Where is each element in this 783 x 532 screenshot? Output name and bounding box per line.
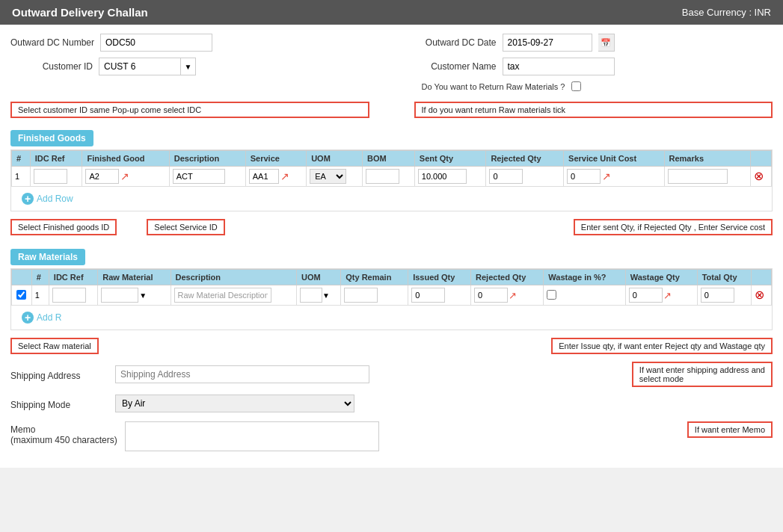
col-remarks: Remarks xyxy=(664,151,750,167)
col-rm-wastage-qty: Wastage Qty xyxy=(625,270,697,285)
rm-rejected-qty-input[interactable] xyxy=(474,288,508,303)
cell-rm-wastage-pct xyxy=(544,285,625,306)
col-sent-qty: Sent Qty xyxy=(414,151,486,167)
return-raw-materials-label: Do You want to Return Raw Materials ? xyxy=(422,82,565,91)
col-rm-wastage-pct: Wastage in %? xyxy=(544,270,625,285)
cell-description xyxy=(169,167,245,187)
right-form: Outward DC Date 📅 Customer Name Do You w… xyxy=(414,34,773,97)
outward-dc-date-label: Outward DC Date xyxy=(414,37,497,48)
calendar-icon[interactable]: 📅 xyxy=(598,34,615,52)
col-rm-num: # xyxy=(31,270,49,285)
customer-id-dropdown-btn[interactable]: ▼ xyxy=(181,58,196,75)
finished-goods-table: # IDC Ref Finished Good Description Serv… xyxy=(11,150,772,187)
shipping-address-label: Shipping Address xyxy=(10,368,108,381)
shipping-address-row: Shipping Address If want enter shipping … xyxy=(10,362,773,387)
description-input[interactable] xyxy=(173,169,225,184)
rm-total-qty-input[interactable] xyxy=(701,288,734,303)
cell-sent-qty xyxy=(414,167,486,187)
finished-good-arrow: ↗ xyxy=(120,170,129,182)
customer-id-input[interactable] xyxy=(99,58,181,75)
table-row: 1 ▼ xyxy=(12,285,772,306)
service-cost-arrow: ↗ xyxy=(602,170,611,182)
cell-rm-num: 1 xyxy=(31,285,49,306)
cell-rm-qty-remain xyxy=(341,285,408,306)
memo-textarea[interactable] xyxy=(125,421,379,451)
col-rm-rejected-qty: Rejected Qty xyxy=(471,270,544,285)
shipping-mode-label: Shipping Mode xyxy=(10,397,108,410)
cell-bom xyxy=(363,167,415,187)
cell-service: ↗ xyxy=(245,167,306,187)
shipping-address-annotation: If want enter shipping address and selec… xyxy=(632,362,773,387)
cell-remove: ⊗ xyxy=(750,167,772,187)
rm-issued-qty-input[interactable] xyxy=(411,288,445,303)
rm-uom-dropdown: ▼ xyxy=(322,291,330,300)
rm-qty-remain-input[interactable] xyxy=(344,288,378,303)
remove-row-button[interactable]: ⊗ xyxy=(754,170,764,182)
col-rm-issued-qty: Issued Qty xyxy=(408,270,471,285)
cell-check xyxy=(12,285,32,306)
col-rm-uom: UOM xyxy=(297,270,341,285)
outward-dc-number-group: Outward DC Number xyxy=(10,34,212,52)
cell-idc-ref xyxy=(30,167,82,187)
add-row-label: Add Row xyxy=(37,194,73,204)
cell-service-unit-cost: ↗ xyxy=(564,167,664,187)
cell-rm-total-qty xyxy=(697,285,752,306)
raw-materials-header: Raw Materials xyxy=(10,249,85,265)
sent-qty-input[interactable] xyxy=(418,169,467,184)
service-unit-cost-input[interactable] xyxy=(567,169,601,184)
cell-rm-idc-ref xyxy=(49,285,97,306)
col-rm-idc-ref: IDC Ref xyxy=(49,270,97,285)
rm-wastage-qty-input[interactable] xyxy=(629,288,663,303)
finished-goods-header-row: # IDC Ref Finished Good Description Serv… xyxy=(12,151,772,167)
rm-description-input[interactable] xyxy=(174,288,271,303)
select-service-id-annotation: Select Service ID xyxy=(147,219,224,235)
bom-input[interactable] xyxy=(366,169,399,184)
shipping-mode-select[interactable]: By Air By Road By Sea By Rail xyxy=(115,395,354,412)
finished-goods-table-container: # IDC Ref Finished Good Description Serv… xyxy=(11,150,772,187)
col-check xyxy=(12,270,32,285)
outward-dc-number-row: Outward DC Number xyxy=(10,34,369,52)
raw-materials-table-block: # IDC Ref Raw Material Description UOM Q… xyxy=(10,268,773,330)
outward-dc-number-input[interactable] xyxy=(100,34,212,52)
uom-select[interactable]: EA KG PCS xyxy=(310,169,346,184)
cell-rm-wastage-qty: ↗ xyxy=(625,285,697,306)
col-finished-good: Finished Good xyxy=(82,151,169,167)
idc-ref-input[interactable] xyxy=(34,169,67,184)
remarks-input[interactable] xyxy=(668,169,728,184)
add-finished-goods-row-button[interactable]: + Add Row xyxy=(16,190,79,208)
add-rm-icon: + xyxy=(22,312,34,324)
rm-uom-input[interactable] xyxy=(300,288,322,303)
memo-row: Memo (maximum 450 characters) If want en… xyxy=(10,421,773,451)
col-num: # xyxy=(12,151,31,167)
finished-goods-table-block: # IDC Ref Finished Good Description Serv… xyxy=(10,149,773,211)
finished-good-input[interactable] xyxy=(85,169,119,184)
memo-label: Memo (maximum 450 characters) xyxy=(10,421,117,445)
customer-id-input-group: ▼ xyxy=(99,58,196,75)
raw-materials-table: # IDC Ref Raw Material Description UOM Q… xyxy=(11,269,772,306)
return-raw-materials-checkbox[interactable] xyxy=(571,81,581,91)
col-rm-action xyxy=(752,270,772,285)
rm-raw-material-input[interactable] xyxy=(101,288,138,303)
rm-idc-ref-input[interactable] xyxy=(52,288,86,303)
top-form-area: Outward DC Number Customer ID ▼ Outward … xyxy=(10,34,773,97)
rm-remove-row-button[interactable]: ⊗ xyxy=(755,289,764,301)
return-raw-materials-row: Do You want to Return Raw Materials ? xyxy=(414,81,773,91)
select-finished-goods-annotation: Select Finished goods ID xyxy=(10,219,117,235)
rejected-qty-input[interactable] xyxy=(489,169,523,184)
annotation-row-1: Select customer ID same Pop-up come sele… xyxy=(10,102,773,118)
raw-materials-section: Raw Materials # IDC Ref Raw Material Des… xyxy=(10,241,773,330)
outward-dc-date-input[interactable] xyxy=(503,34,592,52)
service-input[interactable] xyxy=(249,169,279,184)
enter-sent-qty-annotation: Enter sent Qty, if Rejected Qty , Enter … xyxy=(574,219,773,235)
rm-wastage-pct-checkbox[interactable] xyxy=(547,290,556,300)
col-action xyxy=(750,151,772,167)
shipping-address-input[interactable] xyxy=(115,365,369,383)
add-raw-material-row-button[interactable]: + Add R xyxy=(16,309,67,327)
customer-name-row: Customer Name xyxy=(414,58,773,75)
select-raw-material-annotation: Select Raw material xyxy=(10,338,99,354)
page-title: Outward Delivery Challan xyxy=(12,6,148,19)
customer-name-input[interactable] xyxy=(503,58,615,75)
row-checkbox[interactable] xyxy=(16,290,26,300)
main-content: Outward DC Number Customer ID ▼ Outward … xyxy=(0,25,783,468)
cell-rm-uom: ▼ xyxy=(297,285,341,306)
